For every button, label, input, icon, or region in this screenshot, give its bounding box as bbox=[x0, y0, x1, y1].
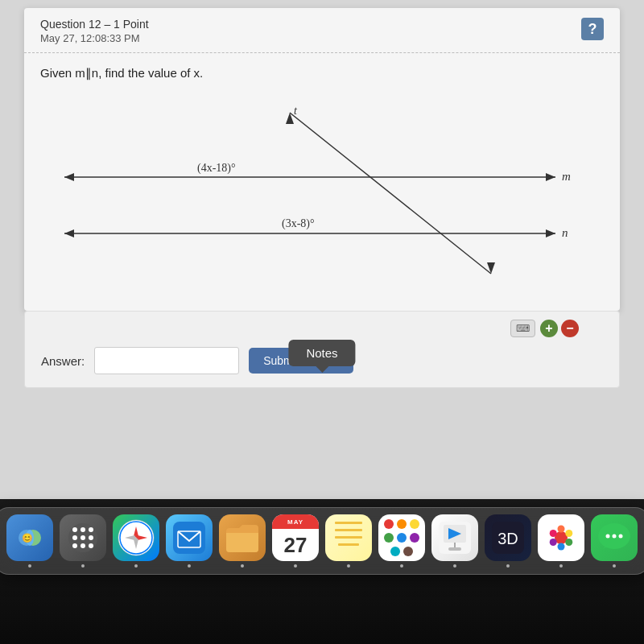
finder-icon: 😊 bbox=[6, 514, 53, 561]
svg-line-8 bbox=[290, 113, 491, 274]
svg-point-49 bbox=[550, 530, 557, 537]
svg-point-22 bbox=[72, 535, 77, 540]
svg-point-25 bbox=[72, 543, 77, 548]
dock-item-motion[interactable]: 3D bbox=[485, 514, 531, 568]
svg-point-27 bbox=[89, 543, 93, 548]
photos-dot bbox=[559, 564, 563, 568]
svg-point-52 bbox=[606, 535, 610, 539]
svg-marker-6 bbox=[546, 229, 555, 237]
zoom-controls: + − bbox=[540, 320, 579, 337]
svg-point-47 bbox=[558, 543, 565, 551]
mail-icon bbox=[166, 514, 213, 561]
keynote-dot bbox=[453, 564, 456, 568]
dock-item-finder[interactable]: 😊 bbox=[6, 514, 53, 568]
calendar-icon: MAY 27 bbox=[272, 514, 319, 561]
dock-item-safari[interactable] bbox=[113, 514, 159, 568]
svg-rect-39 bbox=[448, 547, 461, 551]
mac-dock-area: 😊 bbox=[0, 499, 644, 644]
notes-tooltip: Notes bbox=[288, 340, 355, 366]
keyboard-icon[interactable]: ⌨ bbox=[510, 320, 535, 337]
messages-dot bbox=[613, 564, 616, 568]
dock-item-messages[interactable] bbox=[591, 514, 638, 568]
calendar-dot bbox=[294, 564, 297, 568]
svg-text:(3x-8)°: (3x-8)° bbox=[282, 217, 315, 230]
finder-dot bbox=[28, 564, 31, 568]
reminders-icon bbox=[378, 514, 425, 561]
svg-point-48 bbox=[550, 539, 557, 546]
keyboard-controls: ⌨ + − bbox=[510, 320, 579, 337]
question-meta: Question 12 – 1 Point May 27, 12:08:33 P… bbox=[40, 18, 149, 44]
folder-icon bbox=[219, 514, 266, 561]
question-card: Question 12 – 1 Point May 27, 12:08:33 P… bbox=[24, 8, 620, 311]
svg-point-21 bbox=[89, 527, 93, 532]
dock-item-notes[interactable] bbox=[325, 514, 372, 568]
main-content: Question 12 – 1 Point May 27, 12:08:33 P… bbox=[0, 0, 644, 499]
dock-item-reminders[interactable] bbox=[378, 514, 425, 568]
photos-icon bbox=[538, 514, 584, 561]
dock-item-launchpad[interactable] bbox=[60, 514, 106, 568]
svg-text:t: t bbox=[294, 105, 298, 117]
dock-item-calendar[interactable]: MAY 27 bbox=[272, 514, 319, 568]
svg-point-23 bbox=[80, 535, 85, 540]
svg-text:😊: 😊 bbox=[22, 532, 33, 543]
dock-item-mail[interactable] bbox=[166, 514, 213, 568]
mail-dot bbox=[188, 564, 191, 568]
svg-point-54 bbox=[619, 535, 623, 539]
messages-icon bbox=[591, 514, 638, 561]
zoom-in-button[interactable]: + bbox=[540, 320, 558, 337]
svg-point-45 bbox=[565, 530, 572, 537]
dock-item-keynote[interactable] bbox=[431, 514, 478, 568]
launchpad-dot bbox=[81, 564, 85, 568]
svg-text:3D: 3D bbox=[497, 530, 518, 547]
svg-point-46 bbox=[565, 539, 572, 546]
svg-point-20 bbox=[80, 527, 85, 532]
notes-dock-icon bbox=[325, 514, 372, 561]
question-title: Question 12 – 1 Point bbox=[40, 18, 149, 31]
svg-point-19 bbox=[72, 527, 77, 532]
answer-input[interactable] bbox=[94, 347, 239, 374]
svg-text:n: n bbox=[562, 226, 568, 239]
dock-item-photos[interactable] bbox=[538, 514, 584, 568]
svg-point-26 bbox=[80, 543, 85, 548]
svg-marker-2 bbox=[546, 173, 555, 181]
question-header: Question 12 – 1 Point May 27, 12:08:33 P… bbox=[24, 8, 620, 53]
svg-point-44 bbox=[558, 526, 565, 533]
help-icon[interactable]: ? bbox=[581, 18, 604, 40]
notes-dock-dot bbox=[347, 564, 350, 568]
notes-tooltip-container: Notes bbox=[288, 340, 355, 366]
zoom-out-button[interactable]: − bbox=[561, 320, 579, 337]
svg-marker-5 bbox=[64, 229, 74, 237]
svg-point-53 bbox=[613, 535, 617, 539]
reminders-dot bbox=[400, 564, 403, 568]
diagram-container: m n bbox=[40, 97, 604, 290]
svg-text:(4x-18)°: (4x-18)° bbox=[197, 162, 236, 175]
svg-text:m: m bbox=[562, 170, 571, 183]
svg-marker-1 bbox=[64, 173, 74, 181]
question-date: May 27, 12:08:33 PM bbox=[40, 32, 149, 44]
motion-icon: 3D bbox=[485, 514, 531, 561]
geometry-diagram: m n bbox=[40, 97, 604, 290]
dock-container: 😊 bbox=[0, 507, 644, 575]
safari-icon bbox=[113, 514, 159, 561]
keynote-icon bbox=[431, 514, 478, 561]
safari-dot bbox=[134, 564, 138, 568]
motion-dot bbox=[506, 564, 510, 568]
folder-dot bbox=[241, 564, 244, 568]
question-text: Given m∥n, find the value of x. bbox=[40, 66, 604, 80]
question-body: Given m∥n, find the value of x. m bbox=[24, 53, 620, 311]
svg-point-24 bbox=[89, 535, 93, 540]
dock-item-folder[interactable] bbox=[219, 514, 266, 568]
launchpad-icon bbox=[60, 514, 106, 561]
answer-label: Answer: bbox=[41, 354, 85, 368]
